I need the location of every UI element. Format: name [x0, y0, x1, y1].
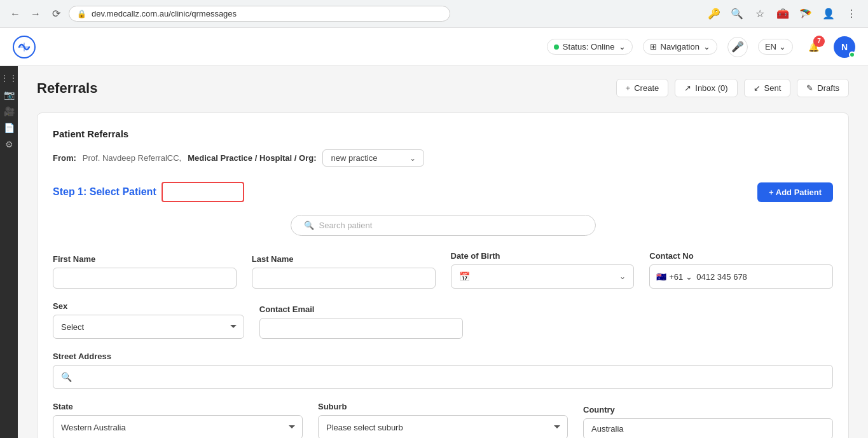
lock-icon: 🔒 [77, 10, 86, 18]
microphone-button[interactable]: 🎤 [727, 37, 748, 57]
contact-number-value: 0412 345 678 [696, 272, 826, 282]
flag-chevron: ⌄ [685, 272, 692, 282]
country-group: Country [583, 405, 833, 438]
contact-no-group: Contact No 🇦🇺 +61 ⌄ 0412 345 678 [649, 251, 833, 289]
suburb-select[interactable]: Please select suburb [318, 415, 568, 438]
contact-no-input[interactable]: 🇦🇺 +61 ⌄ 0412 345 678 [649, 264, 833, 289]
search-icon[interactable]: 🔍 [728, 5, 746, 23]
main-content: Referrals + Create ↗ Inbox (0) ↙ Sent ✎ … [18, 66, 868, 438]
from-value: Prof. Navdeep ReferralCC, [83, 153, 181, 163]
step-title-text: Step 1: Select Patient [53, 186, 156, 198]
refresh-button[interactable]: ⟳ [48, 6, 64, 22]
sex-group: Sex Select Male Female Other [53, 301, 244, 339]
inbox-label: Inbox (0) [695, 83, 727, 93]
lang-chevron: ⌄ [779, 42, 786, 51]
address-search-icon: 🔍 [61, 372, 72, 382]
dob-input[interactable]: 📅 ⌄ [451, 264, 635, 289]
org-select[interactable]: new practice ⌄ [322, 149, 424, 167]
nav-chevron: ⌄ [703, 42, 710, 51]
sidebar-video-icon[interactable]: 🎥 [2, 104, 16, 118]
inbox-icon: ↗ [684, 83, 691, 93]
app-layout: ⋮⋮ 📷 🎥 📄 ⚙ Referrals + Create ↗ Inbox (0… [0, 66, 868, 438]
country-input[interactable] [583, 418, 833, 438]
dob-chevron: ⌄ [619, 272, 626, 281]
first-name-input[interactable] [53, 268, 237, 289]
page-title: Referrals [37, 80, 97, 97]
from-label: From: [53, 153, 76, 163]
step-header: Step 1: Select Patient + Add Patient [53, 182, 833, 202]
sidebar-doc-icon[interactable]: 📄 [2, 121, 16, 135]
notification-button[interactable]: 🔔 7 [803, 37, 823, 57]
contact-email-label: Contact Email [259, 305, 833, 314]
org-value: new practice [331, 153, 377, 163]
last-name-label: Last Name [252, 254, 436, 264]
search-patient-input[interactable]: 🔍 Search patient [291, 215, 596, 236]
suburb-group: Suburb Please select suburb [318, 402, 568, 438]
last-name-group: Last Name [252, 254, 436, 289]
bookmark-icon[interactable]: ☆ [751, 5, 769, 23]
user-avatar[interactable]: N [834, 36, 855, 58]
status-chevron: ⌄ [619, 42, 626, 51]
sent-icon: ↙ [754, 83, 761, 93]
plus-icon: + [626, 83, 631, 93]
state-label: State [53, 402, 303, 411]
sent-button[interactable]: ↙ Sent [744, 79, 791, 97]
calendar-icon: 📅 [459, 271, 470, 282]
contact-no-label: Contact No [649, 251, 833, 261]
app-logo[interactable] [13, 36, 36, 58]
password-icon[interactable]: 🔑 [705, 5, 723, 23]
language-label: EN [765, 42, 776, 51]
status-label: Status: Online [563, 42, 615, 51]
avatar-status-dot [849, 51, 855, 58]
extension2-icon[interactable]: 🪂 [797, 5, 815, 23]
sidebar-settings-icon[interactable]: ⚙ [2, 137, 16, 151]
referrals-card: Patient Referrals From: Prof. Navdeep Re… [37, 113, 849, 438]
contact-email-input[interactable] [259, 318, 463, 339]
form-row-3: Street Address 🔍 [53, 352, 833, 389]
search-patient-wrapper: 🔍 Search patient [53, 215, 833, 236]
back-button[interactable]: ← [8, 6, 23, 22]
state-select[interactable]: Western Australia New South Wales Victor… [53, 415, 303, 438]
flag-icon: 🇦🇺 [656, 272, 666, 282]
street-address-group: Street Address 🔍 [53, 352, 833, 389]
suburb-label: Suburb [318, 402, 568, 411]
language-button[interactable]: EN ⌄ [758, 39, 793, 55]
dob-label: Date of Birth [451, 251, 635, 261]
status-indicator[interactable]: Status: Online ⌄ [547, 39, 633, 55]
drafts-label: Drafts [817, 83, 839, 93]
create-label: Create [634, 83, 659, 93]
add-patient-label: + Add Patient [769, 188, 822, 197]
profile-icon[interactable]: 👤 [820, 5, 837, 23]
forward-button[interactable]: → [28, 6, 43, 22]
last-name-input[interactable] [252, 268, 436, 289]
dob-group: Date of Birth 📅 ⌄ [451, 251, 635, 289]
url-text: dev.medcallz.com.au/clinic/qrmessages [92, 9, 237, 18]
org-chevron-icon: ⌄ [410, 154, 416, 163]
add-patient-button[interactable]: + Add Patient [757, 182, 833, 202]
status-dot [554, 44, 559, 50]
extension-icon[interactable]: 🧰 [774, 5, 792, 23]
first-name-label: First Name [53, 254, 237, 264]
form-row-1: First Name Last Name Date of Birth 📅 ⌄ C… [53, 251, 833, 289]
step-title: Step 1: Select Patient [53, 182, 244, 202]
search-patient-placeholder: Search patient [319, 221, 373, 230]
inbox-button[interactable]: ↗ Inbox (0) [675, 79, 737, 97]
flag-code[interactable]: 🇦🇺 +61 ⌄ [656, 272, 692, 282]
menu-icon[interactable]: ⋮ [843, 5, 860, 23]
form-row-4: State Western Australia New South Wales … [53, 402, 833, 438]
step-search-input[interactable] [162, 182, 244, 202]
street-address-input[interactable]: 🔍 [53, 365, 833, 389]
street-address-text-input[interactable] [77, 373, 825, 382]
address-bar[interactable]: 🔒 dev.medcallz.com.au/clinic/qrmessages [69, 6, 450, 22]
from-row: From: Prof. Navdeep ReferralCC, Medical … [53, 149, 833, 167]
sidebar-drag-icon[interactable]: ⋮⋮ [2, 71, 16, 85]
navigation-button[interactable]: ⊞ Navigation ⌄ [643, 39, 717, 55]
first-name-group: First Name [53, 254, 237, 289]
drafts-button[interactable]: ✎ Drafts [797, 79, 849, 97]
navigation-label: Navigation [661, 42, 699, 51]
header-actions: + Create ↗ Inbox (0) ↙ Sent ✎ Drafts [616, 79, 849, 97]
create-button[interactable]: + Create [616, 79, 669, 97]
app-header: Status: Online ⌄ ⊞ Navigation ⌄ 🎤 EN ⌄ 🔔… [0, 28, 868, 66]
sex-select[interactable]: Select Male Female Other [53, 315, 244, 339]
sidebar-camera-icon[interactable]: 📷 [2, 88, 16, 102]
